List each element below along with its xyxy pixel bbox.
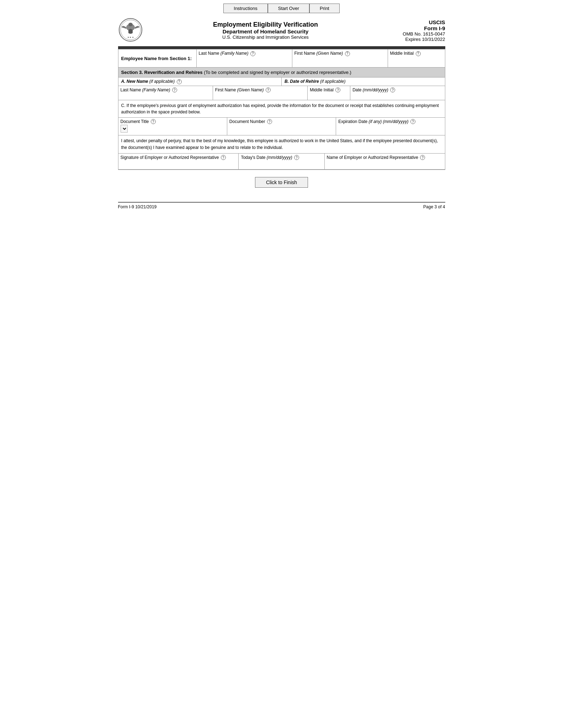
instructions-button[interactable]: Instructions: [223, 4, 267, 13]
print-button[interactable]: Print: [309, 4, 340, 13]
form-title: Form I-9: [388, 25, 445, 31]
footer-right: Page 3 of 4: [423, 204, 445, 209]
employee-name-label: Employee Name from Section 1:: [118, 49, 197, 67]
first-name-label: First Name (Given Name) ?: [294, 51, 386, 56]
section-a-label: A. New Name (if applicable) ?: [118, 77, 282, 86]
dark-divider-bar: [118, 46, 445, 49]
section-ab-row: A. New Name (if applicable) ? B. Date of…: [118, 77, 445, 86]
signature-row: Signature of Employer or Authorized Repr…: [118, 154, 445, 170]
middle-initial-label: Middle Initial ?: [390, 51, 443, 56]
header-title-area: Employment Eligibility Verification Depa…: [143, 21, 388, 40]
svg-text:★ ★ ★: ★ ★ ★: [127, 36, 133, 38]
section-c-text: C. If the employee's previous grant of e…: [118, 100, 445, 118]
page-footer: Form I-9 10/21/2019 Page 3 of 4: [118, 202, 445, 209]
employee-name-fields: Last Name (Family Name) ? First Name (Gi…: [197, 49, 445, 67]
new-first-name-help-icon[interactable]: ?: [266, 87, 271, 92]
expires-date: Expires 10/31/2022: [388, 37, 445, 42]
top-navigation: Instructions Start Over Print: [118, 4, 445, 13]
sub-title: Department of Homeland Security: [143, 28, 388, 34]
first-name-cell: First Name (Given Name) ?: [292, 49, 388, 67]
new-middle-initial-cell: Middle Initial ?: [308, 86, 350, 100]
document-row: Document Title ? Document Number ? Expir…: [118, 118, 445, 135]
expiration-date-cell: Expiration Date (if any) (mm/dd/yyyy) ?: [336, 118, 445, 135]
first-name-help-icon[interactable]: ?: [345, 51, 350, 56]
last-name-help-icon[interactable]: ?: [250, 51, 255, 56]
date-of-rehire-cell: Date (mm/dd/yyyy) ?: [350, 86, 445, 100]
today-date-help-icon[interactable]: ?: [294, 155, 299, 160]
date-rehire-help-icon[interactable]: ?: [390, 87, 395, 92]
uscis-label: USCIS: [388, 19, 445, 25]
footer-left: Form I-9 10/21/2019: [118, 204, 157, 209]
start-over-button[interactable]: Start Over: [268, 4, 309, 13]
doc-number-help-icon[interactable]: ?: [267, 119, 272, 124]
middle-initial-help-icon[interactable]: ?: [416, 51, 421, 56]
sub-title2: U.S. Citizenship and Immigration Service…: [143, 34, 388, 40]
section-b-label: B. Date of Rehire (if applicable): [282, 77, 445, 86]
new-middle-initial-help-icon[interactable]: ?: [335, 87, 340, 92]
last-name-cell: Last Name (Family Name) ?: [197, 49, 292, 67]
finish-area: Click to Finish: [118, 177, 445, 188]
dhs-logo: ★ ★ ★: [118, 17, 143, 42]
new-first-name-cell: First Name (Given Name) ?: [213, 86, 308, 100]
click-to-finish-button[interactable]: Click to Finish: [255, 177, 308, 188]
document-title-cell: Document Title ?: [118, 118, 227, 135]
logo-area: ★ ★ ★: [118, 17, 143, 43]
section-a-help-icon[interactable]: ?: [177, 79, 182, 84]
main-title: Employment Eligibility Verification: [143, 21, 388, 28]
section3-header: Section 3. Reverification and Rehires (T…: [118, 68, 445, 77]
doc-title-help-icon[interactable]: ?: [151, 119, 156, 124]
document-title-label: Document Title ?: [121, 119, 225, 124]
middle-initial-cell: Middle Initial ?: [388, 49, 445, 67]
svg-point-3: [128, 23, 133, 26]
attestation-text: I attest, under penalty of perjury, that…: [118, 135, 445, 154]
document-title-dropdown[interactable]: [121, 125, 128, 133]
uscis-info: USCIS Form I-9 OMB No. 1615-0047 Expires…: [388, 19, 445, 42]
employer-name-help-icon[interactable]: ?: [420, 155, 425, 160]
new-last-name-cell: Last Name (Family Name) ?: [118, 86, 213, 100]
signature-help-icon[interactable]: ?: [221, 155, 226, 160]
employer-name-cell: Name of Employer or Authorized Represent…: [325, 154, 445, 169]
new-last-name-help-icon[interactable]: ?: [172, 87, 177, 92]
expiration-help-icon[interactable]: ?: [410, 119, 415, 124]
last-name-label: Last Name (Family Name) ?: [199, 51, 290, 56]
page-header: ★ ★ ★ Employment Eligibility Verificatio…: [118, 17, 445, 43]
employee-name-row: Employee Name from Section 1: Last Name …: [118, 49, 445, 68]
name-fields-row: Last Name (Family Name) ? First Name (Gi…: [118, 86, 445, 100]
today-date-cell: Today's Date (mm/dd/yyyy) ?: [239, 154, 324, 169]
document-number-cell: Document Number ?: [227, 118, 336, 135]
omb-number: OMB No. 1615-0047: [388, 31, 445, 37]
signature-cell: Signature of Employer or Authorized Repr…: [118, 154, 239, 169]
form-container: Employee Name from Section 1: Last Name …: [118, 49, 445, 170]
